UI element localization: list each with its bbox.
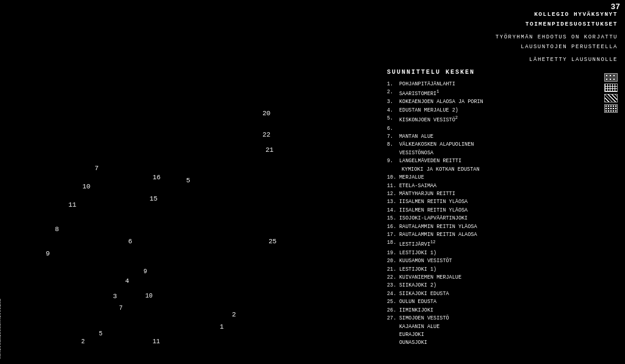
item-1: 1.POHJANPITÄJÄNLAHTI [387,80,601,88]
item-13: 13.IISALMEN REITIN YLÄOSA [387,198,601,206]
item-23: 23.SIIKAJOKI 2) [387,282,601,290]
map-num-8t: 8 [55,226,59,233]
item-4: 4.EDUSTAN MERJALUE 2) [387,107,601,115]
scale-2t: 2 [81,338,85,345]
scale-9: 9 [143,268,147,275]
swatch-4 [604,104,618,113]
legend-swatches [604,73,618,113]
map-num-10t: 10 [82,183,90,190]
map-num-7t: 7 [95,165,99,172]
map-num-4: 4 [125,277,129,285]
item-3: 3.KOKEAENJOEN ALAOSA JA PORIN [387,98,601,106]
map-num-20: 20 [262,110,270,117]
map-area: 3 4 6 15 16 1 20 21 22 25 2 5 7 10 11 8 … [0,0,403,364]
map-num-9t: 9 [46,250,50,257]
item-27: 27.SIMOJOEN VESISTÖ [387,315,601,323]
item-28: KAJAANIN ALUE [387,323,601,331]
footnote-4: kehittämissuunnittelma [0,288,3,359]
item-10: 10.MERJALUE [387,174,601,182]
map-num-1: 1 [220,323,224,330]
scale-7: 7 [119,305,123,312]
map-num-6: 6 [128,238,132,245]
item-26: 26.IIMINKIJOKI [387,307,601,315]
item-18: 18.LESTIJÄRVI12 [387,239,601,249]
item-11: 11.ETELA-SAIMAA [387,182,601,190]
item-6: 6. [387,125,601,133]
item-9: 9.LANGELMÄVEDEN REITTI [387,157,601,165]
map-num-22: 22 [262,131,270,138]
footnotes-block: 1) Kalankasvatusta koskeva vesiensuojelu… [0,288,3,359]
item-7: 7.MANTAN ALUE [387,133,601,141]
item-25: 25.OULUN EDUSTA [387,298,601,306]
scale-10a: 10 [145,293,153,299]
map-num-21: 21 [266,146,273,154]
main-list-right: SUUNNITTELU KESKEN 1.POHJANPITÄJÄNLAHTI … [387,10,601,348]
map-num-5t: 5 [186,177,190,184]
item-15: 15.ISOJOKI-LAPVÄÄRTINJOKI [387,215,601,223]
map-num-15: 15 [150,195,157,202]
item-5: 5.KISKONJOEN VESISTÖ2 [387,115,601,124]
item-24: 24.SIIKAJOKI EDUSTA [387,290,601,298]
scale-5: 5 [99,330,103,337]
page-container: 37 KOLLEGIO HYVÄKSYNYT TOIMENPIDESUOSITU… [0,0,625,364]
map-num-16: 16 [153,174,161,181]
item-9b: KYMIOKI JA KOTKAN EDUSTAN [387,166,601,174]
item-12: 12.MÄNTYHARJUN REITTI [387,190,601,198]
scale-11a: 11 [153,338,160,345]
item-ounasjoki: OUNASJOKI [387,339,601,347]
item-22: 22.KUIVANIEMEN MERJALUE [387,274,601,282]
map-num-2: 2 [232,311,236,318]
item-16: 16.RAUTALAMMIN REITIN YLÄOSA [387,223,601,231]
swatch-3 [604,94,618,102]
item-8: 8.VÄLKEAKOSKEN ALAPUOLINEN [387,141,601,149]
item-17: 17.RAUTALAMMIN REITIN ALAOSA [387,231,601,239]
map-num-11t: 11 [68,201,76,209]
item-14: 14.IISALMEN REITIN YLÄOSA [387,207,601,215]
suunnittelu-title: SUUNNITTELU KESKEN [387,68,601,77]
map-num-3: 3 [113,293,117,300]
swatch-1 [604,73,618,82]
map-num-25: 25 [269,238,276,245]
swatch-2 [604,84,618,92]
item-20: 20.KUUSAMON VESISTÖT [387,257,601,265]
item-8b: VESISTÖNOSA [387,149,601,157]
item-21: 21.LESTIJOKI 1) [387,266,601,274]
item-2: 2.SAARISTOMERI1 [387,88,601,98]
item-eurajoki: EURAJOKI [387,331,601,339]
item-19: 19.LESTIJOKI 1) [387,249,601,257]
